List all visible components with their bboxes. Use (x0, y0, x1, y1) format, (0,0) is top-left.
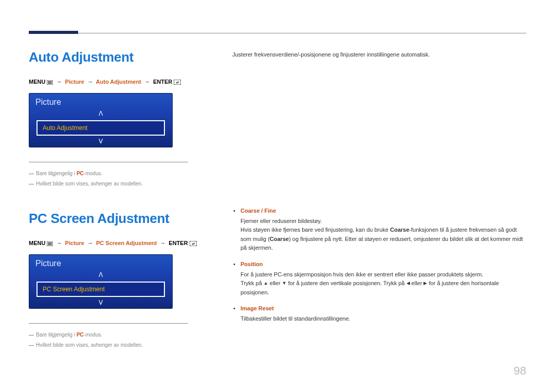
bullet-body: For å justere PC-ens skjermposisjon hvis… (240, 270, 525, 297)
down-arrow-icon: ▼ (282, 279, 287, 287)
breadcrumb-enter: ENTER (153, 79, 172, 85)
bullet-title: Position (240, 261, 263, 267)
osd-down-icon[interactable]: ᐯ (29, 137, 172, 147)
right-column: Justerer frekvensverdiene/-posisjonene o… (232, 51, 525, 331)
page-top-rule (29, 33, 526, 33)
bullet-title: Coarse / Fine (240, 208, 276, 214)
page-top-accent (29, 31, 78, 34)
bullet-body: Tilbakestiller bildet til standardinnsti… (240, 314, 525, 324)
osd-up-icon[interactable]: ᐱ (29, 270, 172, 281)
footnote-model: ―Hvilket bilde som vises, avhenger av mo… (29, 179, 188, 189)
enter-icon (190, 241, 197, 247)
breadcrumb-auto-adj: Auto Adjustment (96, 79, 141, 85)
breadcrumb-enter: ENTER (169, 240, 188, 246)
svg-rect-4 (174, 80, 181, 85)
page-number: 98 (514, 364, 526, 378)
breadcrumb-pc-screen: PC Screen Adjustment (96, 240, 157, 246)
footnotes-section1: ―Bare tilgjengelig i PC-modus. ―Hvilket … (29, 162, 188, 189)
bullet-list: Coarse / Fine Fjerner eller reduserer bi… (232, 207, 525, 324)
osd-up-icon[interactable]: ᐱ (29, 109, 172, 119)
enter-icon (174, 80, 181, 86)
footnote-model: ―Hvilket bilde som vises, avhenger av mo… (29, 340, 188, 350)
breadcrumb-picture: Picture (65, 240, 84, 246)
osd-panel-auto-adjustment: Picture ᐱ Auto Adjustment ᐯ (29, 93, 173, 147)
menu-icon (47, 80, 53, 86)
footnote-pc-mode: ―Bare tilgjengelig i PC-modus. (29, 169, 188, 179)
intro-text: Justerer frekvensverdiene/-posisjonene o… (232, 51, 525, 58)
osd-panel-pc-screen: Picture ᐱ PC Screen Adjustment ᐯ (29, 254, 173, 309)
svg-rect-9 (190, 241, 197, 246)
bullet-position: Position For å justere PC-ens skjermposi… (232, 260, 525, 297)
osd-title: Picture (29, 255, 172, 270)
breadcrumb-arrow: → (55, 79, 64, 85)
section-heading-pc-screen: PC Screen Adjustment (29, 211, 219, 227)
breadcrumb-arrow: → (86, 240, 95, 246)
osd-item-pc-screen[interactable]: PC Screen Adjustment (36, 282, 165, 297)
breadcrumb-menu: MENU (29, 79, 45, 85)
breadcrumb-arrow: → (55, 240, 64, 246)
osd-item-auto-adjustment[interactable]: Auto Adjustment (36, 120, 165, 136)
breadcrumb-arrow: → (158, 240, 167, 246)
footnotes-section2: ―Bare tilgjengelig i PC-modus. ―Hvilket … (29, 323, 188, 350)
breadcrumb-pc-screen: MENU → Picture → PC Screen Adjustment → … (29, 240, 219, 247)
breadcrumb-auto-adjustment: MENU → Picture → Auto Adjustment → ENTER (29, 79, 219, 86)
bullet-title: Image Reset (240, 305, 274, 311)
menu-icon (47, 241, 53, 247)
bullet-image-reset: Image Reset Tilbakestiller bildet til st… (232, 304, 525, 323)
breadcrumb-picture: Picture (65, 79, 84, 85)
bullet-coarse-fine: Coarse / Fine Fjerner eller reduserer bi… (232, 207, 525, 253)
breadcrumb-menu: MENU (29, 240, 45, 246)
breadcrumb-arrow: → (143, 79, 152, 85)
right-arrow-icon: ▶ (423, 279, 427, 287)
footnote-pc-mode: ―Bare tilgjengelig i PC-modus. (29, 330, 188, 340)
osd-title: Picture (29, 94, 172, 109)
section-heading-auto-adjustment: Auto Adjustment (29, 49, 219, 65)
left-column: Auto Adjustment MENU → Picture → Auto Ad… (29, 49, 219, 350)
bullet-body: Fjerner eller reduserer bildestøy. Hvis … (240, 217, 525, 253)
osd-down-icon[interactable]: ᐯ (29, 298, 172, 308)
up-arrow-icon: ▲ (264, 279, 268, 287)
breadcrumb-arrow: → (86, 79, 95, 85)
left-arrow-icon: ◀ (406, 279, 410, 287)
